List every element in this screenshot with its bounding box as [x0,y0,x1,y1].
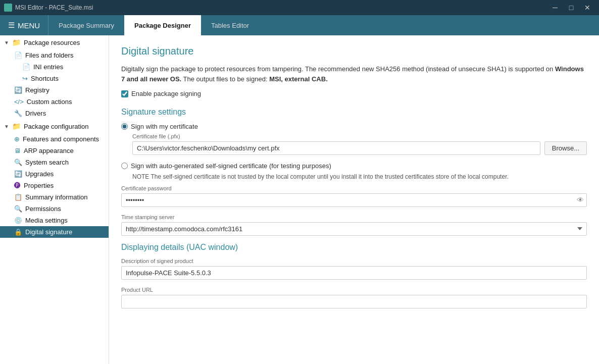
timestamp-group: Time stamping server http://timestamp.co… [121,214,587,236]
description-text: Digitally sign the package to protect re… [121,64,587,84]
password-toggle-button[interactable]: 👁 [577,196,584,204]
sidebar-item-permissions[interactable]: 🔍 Permissions [0,203,109,215]
sidebar-item-digital[interactable]: 🔒 Digital signature [0,226,109,238]
main-content: Digital signature Digitally sign the pac… [109,35,599,364]
sidebar-item-ini[interactable]: 📄 INI entries [0,61,109,73]
desc-bold2: MSI, external CAB. [269,75,328,83]
sidebar-item-label: Drivers [25,110,46,117]
enable-signing-label[interactable]: Enable package signing [131,90,201,97]
sidebar-item-label: Upgrades [25,170,54,178]
window-controls: ─ □ ✕ [547,0,595,15]
sidebar-item-drivers[interactable]: 🔧 Drivers [0,108,109,119]
tab-package-summary[interactable]: Package Summary [48,15,124,35]
window-title: MSI Editor - PACE_Suite.msi [15,4,93,11]
close-button[interactable]: ✕ [580,0,595,15]
arrow-icon-config: ▼ [4,124,9,129]
arrow-icon-resources: ▼ [4,40,9,45]
sidebar-item-system[interactable]: 🔍 System search [0,157,109,168]
cert-password-group: Certificate password 👁 [121,185,587,207]
enable-signing-checkbox[interactable] [121,90,128,97]
features-icon: ⊕ [14,135,20,143]
sidebar-item-shortcuts[interactable]: ↪ Shortcuts [0,73,109,84]
enable-signing-row: Enable package signing [121,90,587,97]
sidebar-item-label: Shortcuts [31,75,59,82]
section-label-resources: Package resources [24,39,80,46]
radio-my-cert[interactable] [121,123,128,130]
hamburger-menu[interactable]: ☰ MENU [0,15,48,35]
digital-icon: 🔒 [14,228,22,236]
sidebar-item-label: Digital signature [25,228,72,236]
shortcuts-icon: ↪ [22,75,28,82]
sidebar-item-summary-info[interactable]: 📋 Summary information [0,191,109,203]
ini-icon: 📄 [22,63,30,71]
sidebar-item-label: Custom actions [27,98,72,106]
arp-icon: 🖥 [14,147,21,154]
sidebar-item-registry[interactable]: 🔄 Registry [0,84,109,96]
radio-my-cert-label[interactable]: Sign with my certificate [131,123,198,130]
summary-icon: 📋 [14,193,22,201]
radio-auto-cert[interactable] [121,163,128,169]
menu-bar: ☰ MENU Package Summary Package Designer … [0,15,599,35]
minimize-button[interactable]: ─ [547,0,563,15]
sidebar-item-files[interactable]: 📄 Files and folders [0,49,109,61]
sidebar-item-arp[interactable]: 🖥 ARP appearance [0,145,109,157]
drivers-icon: 🔧 [14,110,22,117]
sidebar-item-custom[interactable]: </> Custom actions [0,96,109,108]
password-wrapper: 👁 [121,193,587,207]
sidebar-item-label: Media settings [25,217,68,224]
uac-title: Displaying details (UAC window) [121,243,587,252]
cert-file-group: Certificate file (.pfx) Browse... [132,133,587,155]
sidebar-item-label: Properties [24,182,54,189]
sidebar-section-config[interactable]: ▼ 📁 Package configuration [0,119,109,133]
maximize-button[interactable]: □ [564,0,579,15]
sidebar-item-features[interactable]: ⊕ Features and components [0,133,109,145]
product-url-group: Product URL [121,287,587,308]
browse-button[interactable]: Browse... [544,141,587,155]
timestamp-select[interactable]: http://timestamp.comodoca.com/rfc3161htt… [121,222,587,236]
app-body: ▼ 📁 Package resources 📄 Files and folder… [0,35,599,364]
app-icon [4,4,12,12]
tab-tables-editor[interactable]: Tables Editor [201,15,259,35]
sidebar-item-label: System search [25,159,69,166]
product-url-label: Product URL [121,287,587,293]
sidebar-item-upgrades[interactable]: 🔄 Upgrades [0,168,109,180]
files-icon: 📄 [14,51,22,59]
tab-label-tables: Tables Editor [211,22,249,29]
sidebar: ▼ 📁 Package resources 📄 Files and folder… [0,35,109,364]
sidebar-item-media[interactable]: 💿 Media settings [0,215,109,226]
tab-label-summary: Package Summary [59,22,114,29]
media-icon: 💿 [14,217,22,224]
custom-icon: </> [14,98,24,106]
product-url-input[interactable] [121,295,587,308]
cert-password-input[interactable] [121,193,587,207]
menu-label: MENU [18,21,40,30]
tab-label-designer: Package Designer [134,22,191,29]
folder-icon-resources: 📁 [12,38,21,46]
desc-part2: The output files to be signed: [181,75,269,83]
cert-file-label: Certificate file (.pfx) [132,133,587,139]
sidebar-section-resources[interactable]: ▼ 📁 Package resources [0,35,109,49]
signature-settings-title: Signature settings [121,108,587,117]
radio-auto-cert-label[interactable]: Sign with auto-generated self-signed cer… [131,162,331,170]
sidebar-item-label: Summary information [25,193,88,201]
desc-product-group: Description of signed product [121,258,587,280]
section-label-config: Package configuration [24,123,89,130]
cert-file-input-row: Browse... [132,141,587,155]
tab-package-designer[interactable]: Package Designer [124,15,201,35]
desc-part1: Digitally sign the package to protect re… [121,65,555,73]
desc-product-input[interactable] [121,266,587,280]
permissions-icon: 🔍 [14,205,22,213]
cert-password-label: Certificate password [121,185,587,191]
desc-product-label: Description of signed product [121,258,587,264]
registry-icon: 🔄 [14,86,22,94]
sidebar-item-label: Files and folders [25,51,73,59]
cert-file-input[interactable] [132,141,540,155]
timestamp-label: Time stamping server [121,214,587,220]
sidebar-item-label: ARP appearance [24,147,74,154]
properties-icon: 🅟 [14,182,21,189]
title-bar: MSI Editor - PACE_Suite.msi ─ □ ✕ [0,0,599,15]
sidebar-item-properties[interactable]: 🅟 Properties [0,180,109,191]
auto-cert-note: NOTE The self-signed certificate is not … [132,173,587,181]
sidebar-item-label: INI entries [33,63,63,71]
page-title: Digital signature [121,45,587,57]
